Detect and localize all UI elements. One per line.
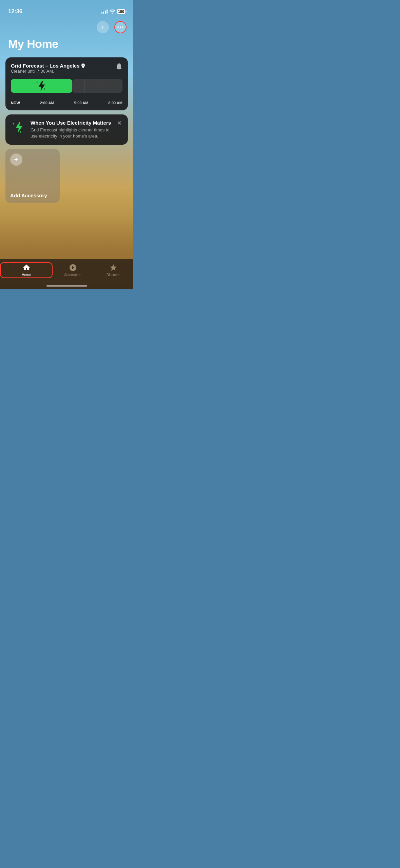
wifi-icon	[110, 10, 115, 14]
chart-green-bar: ✦ ✦	[11, 79, 72, 93]
chart-gray-bar	[72, 79, 122, 93]
chart-label-8am: 8:00 AM	[108, 101, 122, 105]
chart-section-2	[85, 79, 97, 93]
tab-automation-label: Automation	[64, 273, 81, 277]
info-card[interactable]: ✦ ✦ When You Use Electricity Matters Gri…	[5, 114, 128, 145]
home-indicator	[46, 285, 87, 287]
more-icon	[117, 26, 123, 28]
info-body: Grid Forecast highlights cleaner times t…	[31, 127, 112, 139]
forecast-chart: ✦ ✦	[11, 79, 122, 97]
chart-section-1	[72, 79, 85, 93]
forecast-subtitle: Cleaner until 7:00 AM.	[11, 69, 85, 74]
svg-text:✦: ✦	[36, 81, 38, 84]
page-title-section: My Home	[0, 36, 133, 57]
svg-point-1	[120, 26, 121, 28]
info-close-button[interactable]	[116, 120, 122, 127]
add-plus-icon: +	[10, 153, 22, 166]
info-bolt-icon: ✦ ✦	[11, 120, 26, 135]
more-button[interactable]	[114, 21, 127, 33]
status-icons: 100	[101, 9, 125, 14]
svg-text:✦: ✦	[12, 122, 15, 126]
chart-labels: NOW 2:00 AM 5:00 AM 8:00 AM	[11, 100, 122, 105]
chart-section-3	[97, 79, 110, 93]
status-bar: 12:36 100	[0, 0, 133, 18]
tab-home-label: Home	[22, 273, 31, 277]
add-button[interactable]: +	[97, 21, 109, 33]
tab-discover[interactable]: Discover	[93, 262, 133, 278]
accessory-section: + Add Accessory	[0, 145, 133, 203]
tab-bar: Home Automation Discover	[0, 259, 133, 289]
header-actions: +	[0, 18, 133, 36]
forecast-header: Grid Forecast – Los Angeles Cleaner unti…	[11, 63, 122, 78]
chart-label-5am: 5:00 AM	[74, 101, 89, 105]
main-content: Grid Forecast – Los Angeles Cleaner unti…	[0, 57, 133, 145]
info-title: When You Use Electricity Matters	[31, 120, 112, 126]
svg-point-0	[117, 26, 119, 28]
chart-section-4	[110, 79, 122, 93]
tab-automation[interactable]: Automation	[53, 262, 93, 278]
chart-label-2am: 2:00 AM	[40, 101, 54, 105]
svg-text:✦: ✦	[19, 130, 22, 134]
forecast-title-block: Grid Forecast – Los Angeles Cleaner unti…	[11, 63, 85, 78]
discover-icon	[109, 264, 117, 272]
notification-icon[interactable]	[116, 63, 122, 72]
svg-point-2	[122, 26, 123, 28]
add-accessory-card[interactable]: + Add Accessory	[5, 149, 60, 203]
tab-home[interactable]: Home	[0, 262, 53, 278]
battery-indicator: 100	[117, 9, 125, 14]
info-text-block: When You Use Electricity Matters Grid Fo…	[31, 120, 112, 139]
svg-text:✦: ✦	[43, 88, 46, 91]
status-time: 12:36	[8, 8, 22, 15]
location-icon	[81, 64, 85, 68]
tab-discover-label: Discover	[107, 273, 120, 277]
add-accessory-label: Add Accessory	[10, 193, 55, 198]
chart-label-now: NOW	[11, 101, 20, 105]
grid-forecast-card[interactable]: Grid Forecast – Los Angeles Cleaner unti…	[5, 57, 128, 110]
bolt-sparkle: ✦ ✦	[35, 80, 47, 92]
page-title: My Home	[8, 37, 125, 51]
signal-icon	[101, 10, 108, 14]
automation-icon	[69, 264, 77, 272]
home-icon	[22, 264, 31, 272]
forecast-title: Grid Forecast – Los Angeles	[11, 63, 85, 69]
